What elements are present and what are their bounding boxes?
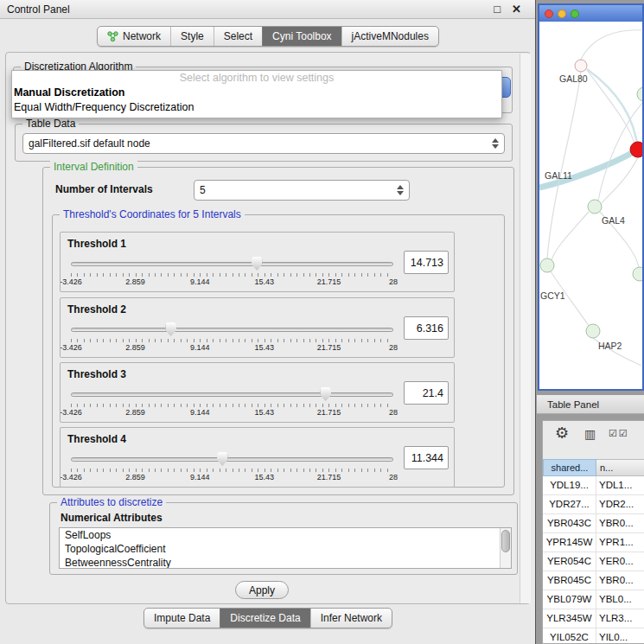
table-data-combo-value: galFiltered.sif default node: [29, 137, 150, 150]
zoom-traffic-light[interactable]: [571, 10, 579, 18]
combo-stepper-icon[interactable]: [487, 138, 499, 149]
network-node[interactable]: [586, 324, 600, 338]
numerical-attributes-list: SelfLoops TopologicalCoefficient Between…: [59, 527, 512, 569]
float-icon[interactable]: □: [494, 3, 501, 16]
threshold-slider[interactable]: [71, 452, 393, 467]
table-row[interactable]: YDR27...YDR2...: [543, 495, 644, 514]
slider-track[interactable]: [71, 392, 393, 397]
tab-network[interactable]: Network: [98, 27, 170, 46]
network-node[interactable]: [637, 87, 642, 101]
threshold-slider[interactable]: [71, 387, 393, 402]
table-row[interactable]: YBL079WYBL0...: [543, 590, 644, 609]
tab-jactivemnodules[interactable]: jActiveMNodules: [341, 27, 438, 46]
table-header-row: shared... n...: [543, 459, 644, 476]
network-edge[interactable]: [539, 150, 638, 188]
list-scrollbar[interactable]: [500, 528, 511, 568]
table-row[interactable]: YDL19...YDL1...: [543, 476, 644, 495]
number-of-intervals-combo[interactable]: 5: [194, 180, 410, 201]
slider-tickmarks: [71, 469, 393, 472]
network-window-titlebar: [539, 5, 642, 22]
tab-infer-network[interactable]: Infer Network: [310, 609, 392, 628]
threshold-value-field[interactable]: [404, 381, 449, 405]
node-label-gal80[interactable]: GAL80: [559, 73, 588, 84]
network-edge[interactable]: [587, 70, 634, 144]
table-row[interactable]: YPR145WYPR1...: [543, 533, 644, 552]
table-row[interactable]: YLR345WYLR3...: [543, 609, 644, 628]
table-data-group-title: Table Data: [22, 118, 79, 130]
panel-scrollbar[interactable]: [520, 54, 531, 603]
network-graph: [539, 22, 642, 389]
tab-select[interactable]: Select: [214, 27, 262, 46]
list-item[interactable]: SelfLoops: [60, 528, 511, 542]
tab-style[interactable]: Style: [170, 27, 214, 46]
threshold-value-field[interactable]: [404, 251, 449, 274]
column-header-name[interactable]: n...: [596, 459, 644, 476]
slider-track[interactable]: [71, 457, 393, 462]
network-node[interactable]: [575, 60, 587, 72]
minimize-traffic-light[interactable]: [558, 10, 566, 18]
network-edge[interactable]: [581, 30, 641, 60]
table-row[interactable]: YER054CYER0...: [543, 552, 644, 571]
slider-tick-labels: -3.426 2.859 9.144 15.43 21.715 28: [71, 408, 393, 418]
slider-tickmarks: [71, 339, 393, 342]
node-label-gal4[interactable]: GAL4: [602, 215, 625, 226]
slider-track[interactable]: [71, 262, 393, 266]
threshold-value-field[interactable]: [404, 316, 449, 340]
gear-icon[interactable]: ⚙: [555, 424, 569, 443]
network-edge[interactable]: [587, 69, 638, 150]
tab-cyni-toolbox[interactable]: Cyni Toolbox: [262, 27, 341, 46]
close-traffic-light[interactable]: [545, 10, 553, 18]
list-item[interactable]: TopologicalCoefficient: [60, 542, 511, 556]
node-label-gal11[interactable]: GAL11: [545, 170, 572, 181]
network-node[interactable]: [540, 258, 554, 272]
slider-track[interactable]: [71, 328, 393, 332]
network-edge[interactable]: [552, 212, 589, 260]
table-row[interactable]: YBR043CYBR0...: [543, 514, 644, 533]
threshold-panel-1: Threshold 1 -3.426 2.859 9.144 15.43 21.…: [60, 232, 455, 292]
columns-icon[interactable]: ▥: [584, 427, 596, 441]
algorithm-placeholder-option: Select algorithm to view settings: [12, 71, 501, 86]
table-row[interactable]: YIL052CYIL0...: [543, 628, 644, 644]
node-label-gcy1[interactable]: GCY1: [540, 290, 565, 301]
threshold-title: Threshold 4: [67, 433, 126, 445]
table-panel-title: Table Panel: [547, 399, 599, 410]
network-edge[interactable]: [547, 72, 581, 258]
table-panel: ⚙ ▥ ☑☑ shared... n... YDL19...YDL1... YD…: [542, 420, 644, 644]
select-checkboxes-icon[interactable]: ☑☑: [609, 428, 629, 439]
threshold-slider[interactable]: [71, 322, 393, 337]
network-node-selected[interactable]: [630, 142, 642, 157]
network-node[interactable]: [633, 267, 642, 281]
slider-tickmarks: [71, 404, 393, 407]
threshold-value-field[interactable]: [404, 446, 449, 469]
combo-stepper-icon[interactable]: [392, 185, 404, 195]
scrollbar-thumb[interactable]: [501, 530, 510, 552]
tab-discretize-data[interactable]: Discretize Data: [220, 609, 309, 628]
table-panel-header: Table Panel: [537, 394, 644, 414]
node-label-hap2[interactable]: HAP2: [598, 341, 622, 351]
table-data-combo[interactable]: galFiltered.sif default node: [22, 133, 505, 154]
threshold-title: Threshold 2: [67, 303, 126, 316]
attributes-group-title: Attributes to discretize: [57, 496, 166, 508]
slider-thumb[interactable]: [320, 387, 331, 401]
cyni-toolbox-panel: Discretization Algorithm Select algorith…: [5, 52, 531, 604]
column-header-shared-name[interactable]: shared...: [543, 459, 596, 476]
network-node[interactable]: [588, 200, 602, 214]
panel-title: Control Panel: [7, 3, 70, 16]
slider-tickmarks: [71, 273, 393, 277]
network-icon: [107, 31, 118, 41]
apply-button[interactable]: Apply: [235, 581, 289, 599]
threshold-panel-4: Threshold 4 -3.426 2.859 9.144 15.43 21.…: [60, 427, 455, 488]
network-canvas[interactable]: GAL80 GAL11 GAL4 GCY1 HAP2: [539, 22, 642, 389]
slider-thumb[interactable]: [165, 322, 176, 336]
algorithm-option-manual[interactable]: Manual Discretization: [12, 86, 501, 100]
tab-impute-data[interactable]: Impute Data: [144, 609, 220, 628]
close-icon[interactable]: ✕: [512, 3, 521, 16]
slider-thumb[interactable]: [252, 257, 263, 271]
table-row[interactable]: YBR045CYBR0...: [543, 571, 644, 590]
list-item[interactable]: BetweennessCentrality: [60, 556, 511, 569]
top-tab-bar: Network Style Select Cyni Toolbox jActiv…: [0, 26, 536, 47]
algorithm-option-equal-width[interactable]: Equal Width/Frequency Discretization: [12, 100, 501, 115]
threshold-slider[interactable]: [71, 257, 393, 271]
slider-thumb[interactable]: [217, 452, 228, 466]
table-data-group: Table Data galFiltered.sif default node: [15, 124, 513, 162]
